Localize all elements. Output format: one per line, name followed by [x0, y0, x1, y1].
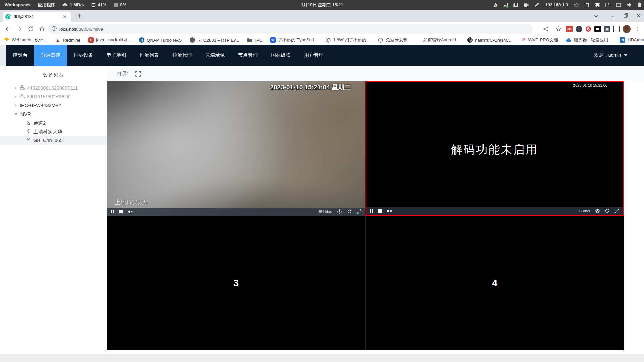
user-menu[interactable]: 欢迎，admin [594, 45, 627, 66]
nav-item-pull-proxy[interactable]: 拉流代理 [166, 45, 199, 66]
sidebar-title: 设备列表 [0, 66, 107, 84]
stop-button[interactable] [119, 210, 123, 213]
pause-button[interactable] [370, 209, 373, 213]
extension-square-icon[interactable] [594, 26, 601, 32]
pause-button[interactable] [111, 210, 114, 213]
bookmark-label: IPC [255, 38, 262, 43]
forward-button[interactable] [14, 24, 24, 34]
nav-item-map[interactable]: 电子地图 [100, 45, 133, 66]
bookmark-item[interactable]: 服务器 - 轻量应用... [566, 37, 612, 43]
bookmark-item[interactable]: IPC [247, 37, 262, 43]
caret-right-icon[interactable] [15, 95, 17, 98]
video-cell-4[interactable]: 4 [366, 216, 624, 351]
refresh-stream-icon[interactable] [605, 209, 609, 213]
tree-node-platform[interactable]: 8J01915PAGB3ADF [0, 92, 107, 101]
browser-menu-icon[interactable]: ⋮ [633, 26, 641, 32]
extension-frame-icon[interactable] [613, 26, 620, 32]
caret-down-icon[interactable] [15, 113, 17, 115]
nav-item-cloud-record[interactable]: 云端录像 [199, 45, 232, 66]
nav-item-split-monitor[interactable]: 分屏监控 [34, 45, 67, 66]
screenshot-tool-icon[interactable] [503, 3, 508, 7]
ip-address-indicator[interactable]: 192.168.1.3 [545, 2, 568, 7]
profile-avatar[interactable] [623, 25, 631, 33]
tree-node-channel[interactable]: 上地科实大华 [0, 127, 107, 136]
phone-link-icon[interactable] [605, 3, 610, 7]
bookmark-item[interactable]: 免登录复制 [378, 37, 408, 43]
bookmark-item[interactable]: 🐱hairrrrr/C-CrashC... [467, 37, 512, 43]
back-button[interactable] [3, 24, 13, 34]
home-tray-icon[interactable] [574, 3, 579, 7]
clock[interactable]: 1月10日 星期二 15∶21 [301, 2, 343, 8]
nav-item-user-manage[interactable]: 用户管理 [297, 45, 330, 66]
refresh-stream-icon[interactable] [347, 209, 352, 214]
extensions-puzzle-icon[interactable]: ▣ [604, 26, 610, 32]
tree-node-device[interactable]: NVR [0, 110, 107, 119]
stream-settings-icon[interactable] [337, 209, 342, 214]
bookmark-item[interactable]: 1.8W字|了不起的... [325, 37, 370, 43]
restore-button[interactable] [624, 13, 628, 19]
tab-title: 国标28181 [14, 14, 61, 20]
volume-tray-icon[interactable] [627, 3, 632, 7]
extension-js-icon[interactable]: JS [566, 26, 573, 32]
tab-close-icon[interactable]: ✕ [61, 14, 68, 20]
browser-tab[interactable]: 国标28181 ✕ [3, 12, 71, 22]
new-tab-button[interactable]: + [75, 12, 84, 21]
stop-button[interactable] [378, 209, 382, 213]
bookmark-item[interactable]: ΨWVP-PRO文档 [521, 37, 558, 43]
bookmark-item[interactable]: ▲Redmine [55, 37, 80, 43]
bookmark-item[interactable]: RFC2833 – RTP Ev... [190, 37, 239, 43]
split-3x3-button[interactable] [161, 71, 167, 77]
reload-button[interactable] [26, 24, 36, 34]
site-info-icon[interactable] [52, 26, 57, 32]
bookmark-item[interactable]: 🨅如何编译Android... [416, 37, 460, 43]
caret-right-icon[interactable] [15, 104, 17, 107]
caret-right-icon[interactable] [15, 87, 17, 89]
bookmark-star-icon[interactable] [553, 24, 563, 34]
bookmark-item[interactable]: 知了不起的 TypeScri... [270, 37, 317, 43]
pen-tray-icon[interactable] [535, 3, 539, 7]
video-osd-channel-name: 上地科实大华 [114, 198, 149, 206]
tree-node-channel-selected[interactable]: GB_Chn_065 [0, 136, 107, 145]
video-cell-2[interactable]: 2023-01-10 15:21:06 解码功能未启用 22 kb/s [366, 81, 624, 216]
nav-item-push-list[interactable]: 推流列表 [133, 45, 166, 66]
nav-item-console[interactable]: 控制台 [6, 45, 34, 66]
window-tray-icon[interactable] [616, 3, 621, 7]
cell-fullscreen-icon[interactable] [615, 209, 619, 213]
nav-item-node-manage[interactable]: 节点管理 [232, 45, 265, 66]
mute-icon[interactable] [128, 210, 133, 214]
applications-menu[interactable]: 应用程序 [38, 2, 55, 8]
cell-fullscreen-icon[interactable] [357, 209, 361, 214]
bookmark-item[interactable]: Cjava、android可... [88, 37, 131, 43]
coffee-tray-icon[interactable] [523, 3, 529, 7]
input-language-indicator[interactable]: 英 [595, 2, 600, 8]
nav-item-gb-devices[interactable]: 国标设备 [67, 45, 100, 66]
tab-search-chevron-icon[interactable] [594, 13, 598, 19]
minimize-button[interactable] [611, 13, 615, 19]
tree-node-platform[interactable]: 4402000013200000111 [0, 84, 107, 92]
home-button[interactable] [37, 24, 47, 34]
close-window-button[interactable] [637, 13, 641, 19]
extension-adblock-icon[interactable] [585, 26, 592, 32]
extension-dark-icon[interactable]: ◗ [576, 26, 582, 32]
bing-tray-icon[interactable]: b [494, 2, 497, 8]
workspaces-button[interactable]: Workspaces [5, 2, 30, 7]
url-bar[interactable]: localhost:38080/#/live [48, 24, 533, 34]
windows-stack-icon[interactable] [585, 3, 590, 7]
share-icon[interactable] [541, 24, 551, 34]
mute-icon[interactable] [387, 209, 392, 213]
bookmark-item[interactable]: QQNAP Turbo NAS [139, 37, 182, 43]
tree-node-device[interactable]: IPC-HFW4433M-I2 [0, 101, 107, 110]
stream-settings-icon[interactable] [595, 209, 600, 213]
split-2x2-button[interactable] [148, 71, 154, 76]
battery-tray-icon[interactable] [638, 2, 641, 7]
video-cell-3[interactable]: 3 [107, 216, 365, 351]
video-cell-1[interactable]: 2023-01-10 15:21:04 星期二 上地科实大华 451 kb/s [107, 81, 365, 216]
nav-item-gb-cascade[interactable]: 国标级联 [265, 45, 297, 66]
bookmark-item[interactable]: NHDAtmos :: 种子 *... [620, 37, 644, 43]
tree-node-channel[interactable]: 通道2 [0, 119, 107, 127]
rfc-favicon [190, 37, 195, 43]
bookmark-item[interactable]: Webstack - 设计... [4, 37, 47, 43]
clipboard-tray-icon[interactable] [513, 3, 518, 7]
redmine-favicon: ▲ [55, 37, 60, 43]
fullscreen-icon[interactable] [135, 71, 141, 77]
